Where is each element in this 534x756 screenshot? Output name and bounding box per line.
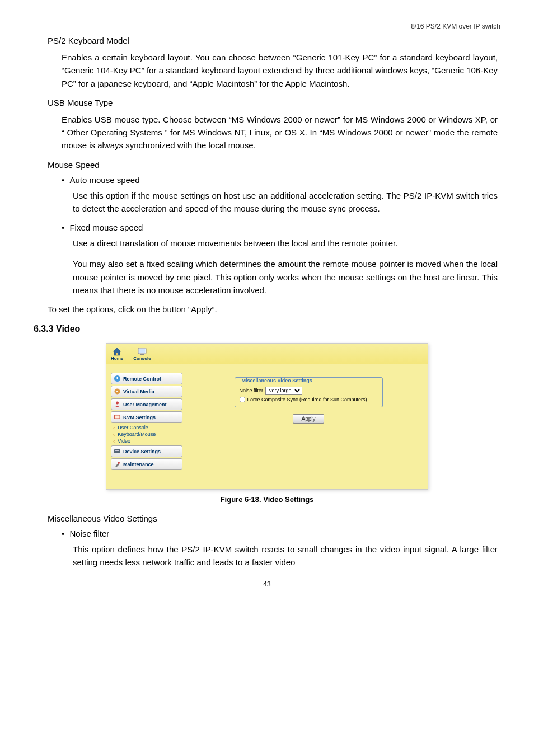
maintenance-icon: [114, 461, 121, 468]
svg-rect-14: [115, 452, 119, 452]
sidebar-sub-keyboard-mouse[interactable]: Keyboard/Mouse: [113, 431, 182, 438]
svg-rect-13: [115, 450, 119, 451]
section-mouse-speed-title: Mouse Speed: [48, 160, 500, 170]
bullet-noise-filter: Noise filter: [62, 529, 500, 538]
user-management-icon: [114, 401, 121, 408]
bullet-auto-mouse: Auto mouse speed: [62, 175, 500, 185]
sidebar-sub-user-console[interactable]: User Console: [113, 424, 182, 431]
svg-rect-3: [139, 349, 146, 353]
sidebar-sublist: User Console Keyboard/Mouse Video: [113, 424, 182, 444]
section-usb-mouse-body: Enables USB mouse type. Choose between “…: [62, 113, 498, 152]
section-ps2-keyboard-title: PS/2 Keyboard Model: [48, 36, 500, 45]
content-area: Miscellaneous Video Settings Noise filte…: [189, 369, 428, 489]
sidebar-kvm-settings[interactable]: KVM Settings: [111, 411, 182, 423]
sidebar: Remote Control Virtual Media User Manage…: [111, 373, 182, 471]
apply-button-wrap: Apply: [197, 413, 420, 424]
svg-point-8: [116, 391, 118, 392]
svg-rect-4: [140, 354, 144, 355]
svg-rect-11: [115, 416, 120, 419]
svg-point-9: [116, 402, 119, 405]
sidebar-user-management-label: User Management: [123, 402, 167, 407]
toolbar-console-label: Console: [133, 356, 151, 361]
noise-filter-label: Noise filter: [240, 388, 264, 393]
sidebar-device-settings[interactable]: Device Settings: [111, 445, 182, 457]
sidebar-virtual-media-label: Virtual Media: [123, 389, 154, 395]
section-ps2-keyboard-body: Enables a certain keyboard layout. You c…: [62, 51, 498, 90]
bullet-noise-filter-body: This option defines how the PS/2 IP-KVM …: [73, 543, 498, 569]
sidebar-device-settings-label: Device Settings: [123, 449, 161, 454]
svg-rect-12: [114, 449, 120, 453]
page-header: 8/16 PS/2 KVM over IP switch: [34, 22, 500, 30]
toolbar: Home Console: [106, 344, 428, 364]
sidebar-remote-control[interactable]: Remote Control: [111, 373, 182, 384]
apply-note: To set the options, click on the button …: [48, 304, 500, 314]
console-icon: [137, 347, 147, 356]
fieldset-legend: Miscellaneous Video Settings: [240, 378, 315, 383]
force-sync-label: Force Composite Sync (Required for Sun C…: [247, 397, 367, 402]
remote-control-icon: [114, 375, 121, 382]
page-number: 43: [34, 580, 500, 588]
kvm-settings-icon: [114, 414, 121, 421]
sidebar-kvm-settings-label: KVM Settings: [123, 415, 156, 420]
sidebar-sub-video[interactable]: Video: [113, 438, 182, 444]
toolbar-console[interactable]: Console: [133, 347, 151, 361]
noise-filter-row: Noise filter very large: [240, 387, 378, 395]
sidebar-remote-control-label: Remote Control: [123, 376, 161, 382]
force-sync-checkbox[interactable]: [240, 397, 245, 402]
toolbar-home-label: Home: [111, 356, 123, 361]
svg-rect-1: [116, 353, 118, 355]
noise-filter-select[interactable]: very large: [265, 387, 302, 395]
home-icon: [112, 347, 122, 356]
virtual-media-icon: [114, 388, 121, 395]
force-sync-row: Force Composite Sync (Required for Sun C…: [240, 397, 378, 402]
svg-point-15: [118, 462, 120, 464]
apply-button[interactable]: Apply: [293, 414, 324, 424]
section-misc-video-title: Miscellaneous Video Settings: [48, 514, 500, 523]
bullet-fixed-mouse: Fixed mouse speed: [62, 223, 500, 232]
toolbar-home[interactable]: Home: [111, 347, 123, 361]
sidebar-user-management[interactable]: User Management: [111, 398, 182, 410]
figure-caption: Figure 6-18. Video Settings: [34, 495, 500, 504]
section-usb-mouse-title: USB Mouse Type: [48, 98, 500, 107]
bullet-fixed-mouse-body2: You may also set a fixed scaling which d…: [73, 257, 498, 297]
bullet-auto-mouse-body: Use this option if the mouse settings on…: [73, 189, 498, 215]
section-heading-video: 6.3.3 Video: [34, 324, 500, 334]
sidebar-maintenance[interactable]: Maintenance: [111, 458, 182, 470]
misc-video-settings-fieldset: Miscellaneous Video Settings Noise filte…: [235, 377, 383, 407]
svg-rect-6: [117, 377, 118, 379]
bullet-fixed-mouse-body1: Use a direct translation of mouse moveme…: [73, 237, 498, 250]
video-settings-screenshot: Home Console Remote Control Virtual Medi…: [106, 343, 428, 490]
sidebar-virtual-media[interactable]: Virtual Media: [111, 386, 182, 397]
device-settings-icon: [114, 448, 121, 455]
sidebar-maintenance-label: Maintenance: [123, 462, 154, 467]
